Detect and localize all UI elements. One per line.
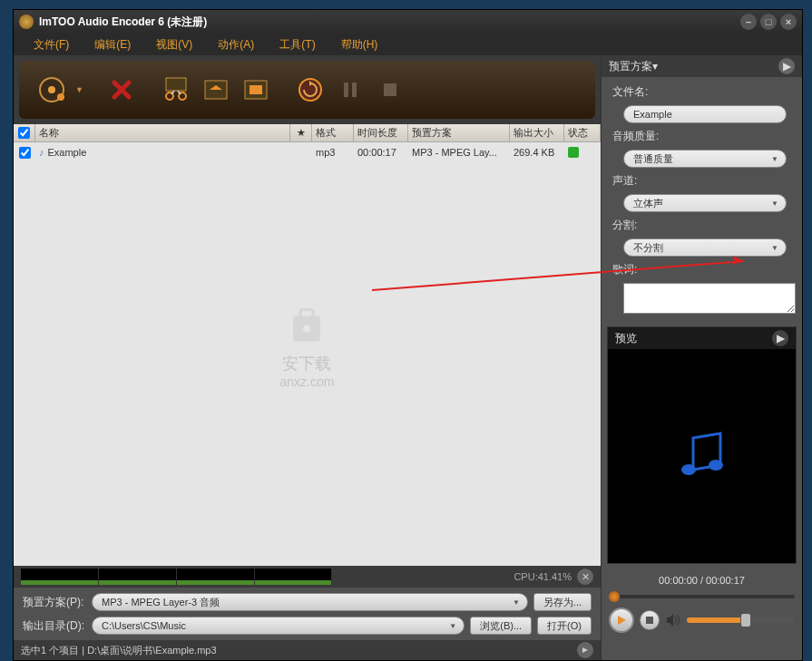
titlebar[interactable]: ImTOO Audio Encoder 6 (未注册) – □ ×: [14, 10, 802, 34]
channel-label: 声道:: [612, 173, 791, 189]
volume-slider[interactable]: [687, 617, 795, 623]
delete-button[interactable]: [105, 73, 138, 106]
header-checkbox[interactable]: [14, 124, 35, 141]
svg-point-2: [57, 93, 64, 101]
preview-panel: 预览 ▶: [607, 326, 797, 564]
panel-collapse-button[interactable]: ▶: [778, 58, 795, 74]
svg-rect-12: [384, 83, 396, 96]
convert-button[interactable]: [35, 73, 68, 106]
split-label: 分割:: [612, 218, 791, 233]
table-row[interactable]: ♪Example mp3 00:00:17 MP3 - MPEG Lay... …: [14, 142, 601, 162]
list-header: 名称 ★ 格式 时间长度 预置方案 输出大小 状态: [14, 124, 601, 142]
header-star[interactable]: ★: [290, 124, 312, 141]
file-list: 名称 ★ 格式 时间长度 预置方案 输出大小 状态 ♪Example mp3 0…: [14, 124, 601, 566]
svg-point-16: [681, 464, 696, 475]
cpu-graph: [21, 569, 332, 585]
browse-button[interactable]: 浏览(B)...: [470, 617, 532, 635]
preview-body: [608, 349, 796, 563]
row-checkbox[interactable]: [19, 147, 31, 159]
cpu-text: CPU:41.41%: [514, 571, 572, 582]
row-name: Example: [48, 147, 87, 158]
output-label: 输出目录(D):: [23, 618, 86, 634]
open-button[interactable]: 打开(O): [537, 617, 592, 635]
menu-file[interactable]: 文件(F): [34, 37, 69, 53]
status-end-button[interactable]: [577, 642, 593, 658]
svg-rect-10: [344, 83, 348, 97]
profile-combo[interactable]: MP3 - MPEG Layer-3 音频: [92, 593, 528, 611]
menu-tools[interactable]: 工具(T): [279, 37, 315, 53]
stop-button[interactable]: [374, 73, 406, 106]
status-ready-icon: [568, 147, 579, 158]
preview-collapse-button[interactable]: ▶: [772, 330, 788, 346]
row-size: 269.4 KB: [510, 142, 564, 162]
cpu-settings-button[interactable]: ✕: [577, 569, 593, 585]
output-combo[interactable]: C:\Users\CS\Music: [92, 617, 465, 635]
svg-rect-14: [300, 309, 313, 318]
svg-rect-11: [352, 83, 357, 97]
quality-combo[interactable]: 普通质量: [623, 150, 787, 168]
split-combo[interactable]: 不分割: [623, 238, 787, 257]
header-duration[interactable]: 时间长度: [354, 124, 408, 141]
merge-button[interactable]: [240, 73, 272, 106]
channel-combo[interactable]: 立体声: [623, 194, 787, 212]
svg-point-1: [48, 86, 55, 93]
watermark: 安下载 anxz.com: [280, 302, 335, 388]
pause-button[interactable]: [334, 73, 367, 106]
seek-bar[interactable]: [602, 591, 802, 602]
clip-button[interactable]: [200, 73, 232, 106]
menu-edit[interactable]: 编辑(E): [94, 37, 131, 53]
preview-time: 00:00:00 / 00:00:17: [602, 569, 802, 591]
player-stop-button[interactable]: [640, 610, 660, 630]
svg-rect-13: [293, 316, 320, 341]
menu-action[interactable]: 动作(A): [218, 37, 254, 53]
music-preview-icon: [670, 424, 734, 488]
menubar: 文件(F) 编辑(E) 视图(V) 动作(A) 工具(T) 帮助(H): [14, 34, 802, 55]
minimize-button[interactable]: –: [740, 14, 757, 30]
header-size[interactable]: 输出大小: [510, 124, 564, 141]
svg-rect-5: [166, 78, 186, 91]
header-status[interactable]: 状态: [564, 124, 601, 141]
profile-panel-header: 预置方案▾ ▶: [602, 55, 802, 77]
cpu-bar: CPU:41.41% ✕: [14, 566, 601, 588]
row-duration: 00:00:17: [354, 142, 408, 162]
preview-header: 预览: [615, 331, 637, 346]
quality-label: 音频质量:: [612, 129, 791, 144]
side-panel: 预置方案▾ ▶ 文件名: 音频质量: 普通质量 声道: 立体声 分割: 不分割 …: [601, 55, 802, 660]
toolbar: ▼: [19, 61, 595, 119]
saveas-button[interactable]: 另存为...: [533, 593, 592, 611]
status-text: 选中1 个项目 | D:\桌面\说明书\Example.mp3: [21, 644, 217, 657]
filename-input[interactable]: [623, 105, 787, 123]
bottom-panel: 预置方案(P): MP3 - MPEG Layer-3 音频 另存为... 输出…: [14, 588, 601, 640]
menu-view[interactable]: 视图(V): [156, 37, 192, 53]
maximize-button[interactable]: □: [760, 14, 777, 30]
profile-label: 预置方案(P):: [23, 595, 86, 610]
volume-icon[interactable]: [665, 612, 681, 628]
lyrics-label: 歌词:: [612, 262, 791, 277]
close-button[interactable]: ×: [780, 14, 797, 30]
header-profile[interactable]: 预置方案: [408, 124, 510, 141]
app-window: ImTOO Audio Encoder 6 (未注册) – □ × 文件(F) …: [13, 9, 803, 661]
svg-rect-18: [646, 617, 653, 624]
header-name[interactable]: 名称: [35, 124, 290, 141]
lyrics-textarea[interactable]: [623, 283, 796, 314]
svg-rect-8: [249, 85, 262, 94]
music-note-icon: ♪: [39, 147, 44, 158]
statusbar: 选中1 个项目 | D:\桌面\说明书\Example.mp3: [14, 640, 601, 660]
row-format: mp3: [312, 142, 354, 162]
menu-help[interactable]: 帮助(H): [341, 37, 378, 53]
window-title: ImTOO Audio Encoder 6 (未注册): [39, 15, 207, 30]
cut-button[interactable]: [160, 73, 192, 106]
player-controls: [602, 602, 802, 638]
svg-point-15: [303, 325, 310, 332]
filename-label: 文件名:: [612, 84, 791, 100]
row-profile: MP3 - MPEG Lay...: [408, 142, 510, 162]
svg-point-17: [709, 460, 723, 471]
refresh-button[interactable]: [294, 73, 327, 106]
play-button[interactable]: [609, 608, 634, 633]
app-logo-icon: [19, 15, 34, 29]
header-format[interactable]: 格式: [312, 124, 354, 141]
